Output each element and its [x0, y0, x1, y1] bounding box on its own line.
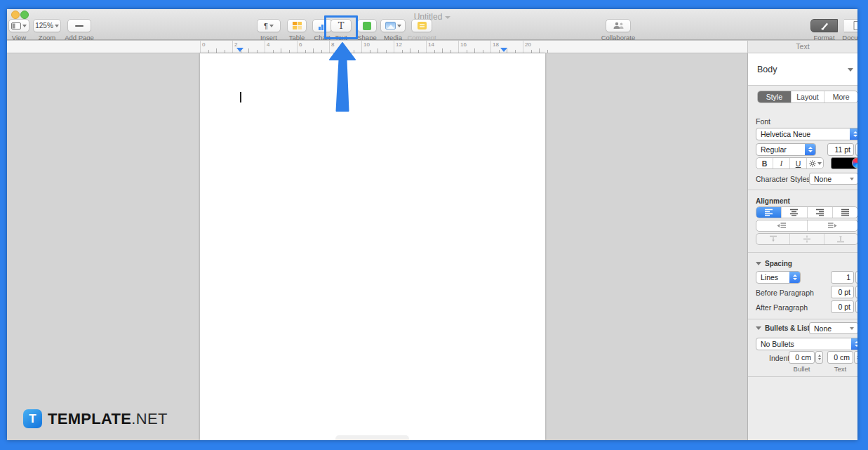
- gear-icon: [809, 160, 816, 167]
- align-middle-button[interactable]: [789, 234, 823, 244]
- advanced-options-button[interactable]: [806, 158, 823, 168]
- table-button[interactable]: Table: [285, 19, 309, 41]
- tab-layout[interactable]: Layout: [791, 91, 824, 102]
- ruler-tick: [410, 48, 410, 53]
- divider: [748, 376, 857, 377]
- view-button[interactable]: View: [7, 19, 31, 41]
- ruler-tick: [418, 50, 419, 53]
- comment-button[interactable]: Comment: [406, 19, 438, 41]
- ruler-tick: [434, 50, 435, 53]
- zoom-value: 125%: [35, 22, 53, 29]
- paragraph-style-selector[interactable]: Body: [748, 53, 857, 86]
- ruler-tick: [216, 48, 217, 53]
- font-family-dropdown[interactable]: Helvetica Neue: [756, 128, 857, 140]
- media-icon: [385, 22, 396, 29]
- shape-button[interactable]: Shape: [354, 19, 380, 41]
- ruler-tick: [531, 50, 532, 53]
- font-weight-value: Regular: [756, 145, 805, 154]
- align-justify-button[interactable]: [832, 207, 857, 218]
- text-alignment-buttons: [756, 206, 857, 218]
- insert-button[interactable]: ¶ Insert: [254, 19, 283, 41]
- line-spacing-dropdown[interactable]: Lines: [756, 271, 801, 284]
- bullet-style-dropdown[interactable]: No Bullets: [756, 338, 857, 350]
- ruler-tick: [313, 48, 314, 53]
- text-indent-stepper[interactable]: [854, 351, 857, 364]
- format-inspector: Body Style Layout More Font Helvetica Ne…: [747, 53, 857, 440]
- stepper-icon: [805, 144, 815, 155]
- insert-icon: ¶: [264, 22, 268, 30]
- chevron-down-icon: [397, 25, 401, 27]
- document-button[interactable]: Document: [838, 19, 857, 41]
- document-canvas: [7, 53, 747, 440]
- document-page[interactable]: [200, 53, 545, 440]
- align-middle-icon: [803, 235, 811, 243]
- ruler-gridline: [232, 41, 233, 53]
- stepper-icon: [850, 128, 857, 140]
- format-button[interactable]: Format: [810, 19, 838, 41]
- bullets-disclosure-icon[interactable]: [756, 326, 761, 330]
- ruler-tick: [305, 50, 306, 53]
- table-icon: [293, 22, 302, 29]
- ruler-number: 20: [525, 41, 531, 48]
- zoom-button[interactable]: 125% Zoom: [32, 19, 62, 41]
- chevron-down-icon: [850, 327, 854, 330]
- align-left-button[interactable]: [756, 207, 781, 218]
- tab-more[interactable]: More: [824, 91, 857, 102]
- increase-indent-button[interactable]: [807, 220, 858, 231]
- bullet-indent-field[interactable]: 0 cm: [789, 351, 815, 364]
- ruler-tick: [386, 50, 387, 53]
- align-bottom-icon: [836, 235, 845, 243]
- font-size-field[interactable]: 11 pt: [827, 143, 854, 156]
- decrease-indent-button[interactable]: [756, 220, 807, 231]
- bullet-indent-stepper[interactable]: [815, 351, 823, 364]
- before-paragraph-label: Before Paragraph: [756, 289, 814, 297]
- bold-button[interactable]: B: [756, 158, 773, 168]
- ruler-tick: [241, 50, 241, 53]
- character-styles-dropdown[interactable]: None: [809, 173, 857, 185]
- ruler-gridline: [426, 41, 427, 53]
- media-button[interactable]: Media: [380, 19, 406, 41]
- ruler-tick: [273, 50, 274, 53]
- after-paragraph-stepper[interactable]: [855, 300, 857, 313]
- align-top-button[interactable]: [756, 234, 789, 244]
- ruler-tick: [208, 50, 209, 53]
- align-bottom-button[interactable]: [824, 234, 857, 244]
- collaborate-icon: [613, 22, 625, 29]
- font-family-value: Helvetica Neue: [756, 130, 850, 138]
- align-right-button[interactable]: [807, 207, 832, 218]
- ruler-gridline: [200, 41, 201, 53]
- annotation-arrow-icon: [326, 41, 359, 114]
- line-spacing-value-field[interactable]: 1: [831, 271, 854, 284]
- indent-buttons: [756, 220, 857, 232]
- add-page-button[interactable]: Add Page: [63, 19, 95, 41]
- font-weight-dropdown[interactable]: Regular: [756, 143, 816, 156]
- indent-icon: [827, 223, 837, 230]
- ruler-gridline: [458, 41, 459, 53]
- before-paragraph-stepper[interactable]: [855, 286, 857, 298]
- font-size-stepper[interactable]: [855, 143, 857, 156]
- italic-button[interactable]: I: [773, 158, 789, 168]
- text-indent-field[interactable]: 0 cm: [827, 351, 853, 364]
- ruler-tick: [402, 50, 403, 53]
- chevron-down-icon: [269, 25, 274, 27]
- before-paragraph-field[interactable]: 0 pt: [831, 286, 854, 298]
- after-paragraph-field[interactable]: 0 pt: [831, 300, 854, 313]
- template-net-logo-icon: T: [23, 409, 42, 428]
- shape-icon: [363, 22, 371, 30]
- ruler-tick: [507, 48, 507, 53]
- tab-style[interactable]: Style: [758, 91, 791, 102]
- ruler-gridline: [265, 41, 265, 53]
- divider: [748, 319, 857, 319]
- spacing-disclosure-icon[interactable]: [756, 262, 761, 265]
- bullets-value: None: [810, 324, 850, 333]
- align-center-button[interactable]: [781, 207, 806, 218]
- ruler-tick: [370, 50, 370, 53]
- underline-button[interactable]: U: [789, 158, 806, 168]
- bullets-dropdown[interactable]: None: [809, 322, 857, 334]
- watermark: T TEMPLATE.NET: [23, 409, 168, 428]
- text-caption: Text: [827, 365, 853, 373]
- ruler-tick: [257, 50, 258, 53]
- collaborate-button[interactable]: Collaborate: [596, 19, 640, 41]
- stepper-icon: [789, 272, 800, 283]
- line-spacing-stepper[interactable]: [855, 271, 857, 284]
